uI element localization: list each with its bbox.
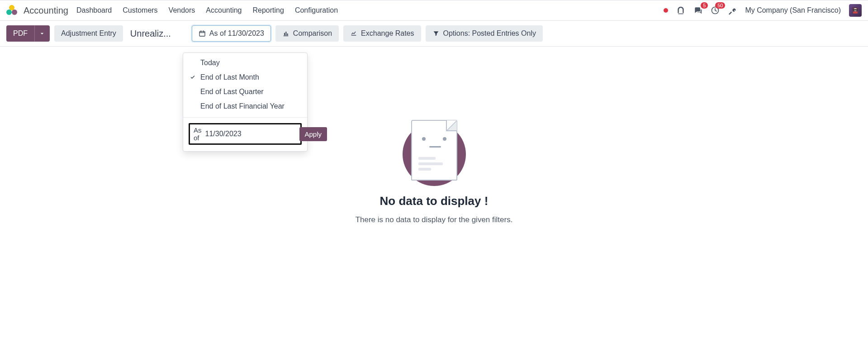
svg-rect-0	[678, 11, 679, 13]
bar-chart-icon	[282, 30, 289, 37]
as-of-date-form: As of Apply	[189, 123, 302, 145]
tools-icon	[728, 6, 737, 15]
options-button[interactable]: Options: Posted Entries Only	[426, 25, 543, 42]
dropdown-separator	[183, 117, 307, 118]
pdf-button[interactable]: PDF	[6, 25, 34, 42]
report-toolbar: PDF Adjustment Entry Unrealiz... As of 1…	[0, 21, 868, 46]
date-option-end-last-financial-year[interactable]: End of Last Financial Year	[183, 99, 307, 114]
recording-indicator-icon	[664, 8, 668, 13]
date-option-end-last-month[interactable]: End of Last Month	[183, 70, 307, 85]
as-of-label: As of	[194, 126, 202, 142]
line-chart-icon	[350, 30, 357, 37]
app-name[interactable]: Accounting	[24, 5, 68, 16]
nav-reporting[interactable]: Reporting	[253, 6, 284, 14]
exchange-rates-button[interactable]: Exchange Rates	[343, 25, 421, 42]
nav-accounting[interactable]: Accounting	[206, 6, 242, 14]
check-slot	[190, 75, 196, 80]
svg-rect-7	[853, 12, 858, 14]
messages-badge: 5	[701, 2, 708, 9]
date-option-label: End of Last Financial Year	[200, 102, 285, 110]
date-dropdown-panel: Today End of Last Month End of Last Quar…	[183, 52, 308, 152]
company-switcher[interactable]: My Company (San Francisco)	[745, 6, 841, 14]
adjustment-entry-button[interactable]: Adjustment Entry	[54, 25, 123, 42]
calendar-icon	[199, 30, 206, 37]
avatar-icon	[851, 6, 860, 15]
nav-vendors[interactable]: Vendors	[169, 6, 195, 14]
comparison-label: Comparison	[293, 29, 332, 38]
as-of-date-input[interactable]	[205, 130, 296, 138]
svg-rect-1	[683, 11, 684, 13]
activities-button[interactable]: 50	[711, 6, 720, 15]
messages-button[interactable]: 5	[693, 6, 702, 15]
date-option-today[interactable]: Today	[183, 56, 307, 70]
main-nav: Dashboard Customers Vendors Accounting R…	[76, 6, 338, 14]
pdf-button-group: PDF	[6, 25, 50, 42]
svg-rect-2	[678, 14, 684, 14]
options-label: Options: Posted Entries Only	[443, 29, 536, 38]
svg-rect-9	[284, 33, 285, 35]
date-option-label: End of Last Month	[200, 73, 259, 81]
activities-badge: 50	[715, 2, 725, 9]
empty-state-illustration	[400, 119, 468, 187]
support-button[interactable]	[676, 6, 685, 15]
svg-rect-11	[287, 33, 288, 35]
empty-state-title: No data to display !	[380, 194, 489, 208]
empty-state: No data to display ! There is no data to…	[0, 119, 868, 224]
toolbar-divider	[0, 46, 868, 47]
headset-icon	[676, 6, 685, 15]
as-of-date-button[interactable]: As of 11/30/2023	[192, 25, 271, 42]
svg-rect-8	[199, 31, 205, 36]
date-option-label: End of Last Quarter	[200, 88, 264, 96]
as-of-date-label: As of 11/30/2023	[209, 29, 264, 38]
caret-down-icon	[38, 30, 46, 37]
breadcrumb-title: Unrealiz...	[128, 29, 174, 39]
user-avatar[interactable]	[849, 4, 862, 17]
comparison-button[interactable]: Comparison	[275, 25, 339, 42]
top-navbar: Accounting Dashboard Customers Vendors A…	[0, 0, 868, 21]
header-right: 5 50 My Company (San Francisco)	[664, 4, 862, 17]
check-icon	[190, 75, 195, 80]
apply-date-button[interactable]: Apply	[299, 127, 327, 141]
date-option-end-last-quarter[interactable]: End of Last Quarter	[183, 85, 307, 99]
app-logo	[6, 5, 17, 16]
filter-icon	[432, 30, 440, 37]
nav-configuration[interactable]: Configuration	[295, 6, 338, 14]
pdf-dropdown-button[interactable]	[34, 25, 50, 42]
date-option-label: Today	[200, 59, 220, 67]
nav-customers[interactable]: Customers	[123, 6, 157, 14]
tools-button[interactable]	[728, 6, 737, 15]
empty-state-subtitle: There is no data to display for the give…	[356, 215, 513, 224]
nav-dashboard[interactable]: Dashboard	[76, 6, 112, 14]
svg-rect-6	[853, 10, 858, 11]
exchange-rates-label: Exchange Rates	[361, 29, 414, 38]
svg-rect-10	[285, 32, 286, 35]
